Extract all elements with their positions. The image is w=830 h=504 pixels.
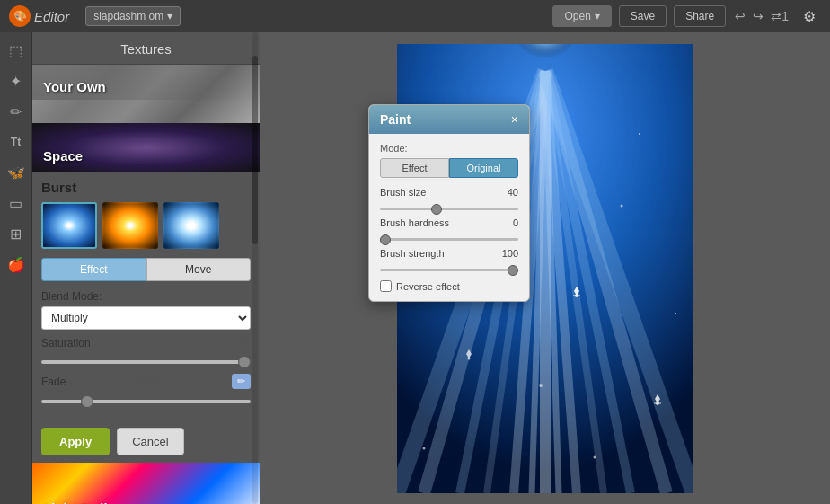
logo-area: 🎨 Editor [9, 5, 69, 27]
effect-move-toggle: Effect Move [41, 258, 251, 281]
saturation-label: Saturation [41, 337, 91, 349]
original-mode-btn[interactable]: Original [449, 158, 518, 178]
paint-dialog: Paint × Mode: Effect Original Brush size… [368, 104, 530, 302]
fade-row: Fade 20% ✏ [41, 374, 251, 389]
blend-mode-label: Blend Mode: [41, 290, 251, 303]
texture-space[interactable]: Space [32, 123, 260, 172]
burst-thumbnails [41, 202, 251, 249]
svg-point-26 [639, 133, 640, 135]
texture-your-own[interactable]: Your Own [32, 65, 260, 123]
user-dropdown[interactable]: slapdashm om ▾ [85, 6, 180, 26]
redo-button[interactable]: ↪ [751, 7, 765, 25]
effect-toggle-btn[interactable]: Effect [41, 258, 146, 281]
cancel-button[interactable]: Cancel [117, 428, 183, 455]
brush-hardness-row: Brush hardness 0 [380, 217, 518, 228]
main-area: ⬚ ✦ ✏ Tt 🦋 ▭ ⊞ 🍎 Textures Your Own Space… [0, 32, 830, 504]
logo-icon: 🎨 [9, 5, 31, 27]
move-toggle-btn[interactable]: Move [146, 258, 252, 281]
saturation-row: Saturation 100% [41, 337, 251, 349]
scroll-thumb [252, 56, 258, 244]
saturation-value: 100% [223, 337, 251, 349]
action-buttons: Apply Cancel [32, 420, 260, 463]
svg-point-22 [675, 313, 676, 314]
mode-label: Mode: [380, 143, 518, 154]
brush-tool[interactable]: ✏ [5, 101, 27, 122]
light-trails-label: Light Trails [32, 495, 260, 504]
icon-toolbar: ⬚ ✦ ✏ Tt 🦋 ▭ ⊞ 🍎 [0, 32, 32, 504]
blend-mode-select[interactable]: Multiply Normal Screen Overlay [41, 306, 251, 330]
frame-tool[interactable]: ▭ [5, 192, 27, 214]
saturation-slider-container [41, 353, 251, 367]
fade-value: 20% [138, 376, 160, 388]
reverse-effect-label: Reverse effect [396, 281, 460, 292]
fade-edit-btn[interactable]: ✏ [232, 374, 251, 389]
burst-thumb-1[interactable] [41, 202, 97, 249]
paint-dialog-body: Mode: Effect Original Brush size 40 Brus… [369, 134, 529, 301]
brush-strength-row: Brush strength 100 [380, 248, 518, 259]
brush-size-slider[interactable] [380, 208, 518, 210]
brush-size-row: Brush size 40 [380, 187, 518, 198]
fade-slider-container [41, 393, 251, 406]
top-bar: 🎨 Editor slapdashm om ▾ Open ▾ Save Shar… [0, 0, 830, 32]
svg-point-23 [539, 384, 543, 387]
brush-strength-value: 100 [502, 248, 518, 259]
space-label: Space [32, 143, 260, 169]
history-button[interactable]: ⇄1 [769, 7, 790, 25]
svg-point-21 [423, 447, 426, 449]
fade-label: Fade [41, 376, 66, 388]
svg-point-24 [594, 455, 596, 458]
brush-hardness-slider[interactable] [380, 238, 518, 241]
paint-dialog-close[interactable]: × [511, 113, 518, 126]
apple-tool[interactable]: 🍎 [5, 253, 27, 275]
save-button[interactable]: Save [619, 5, 667, 27]
side-panel: Textures Your Own Space Burst Effect Mov… [32, 32, 260, 504]
burst-section: Burst Effect Move Blend Mode: Multiply N… [32, 172, 260, 420]
saturation-slider[interactable] [41, 360, 251, 364]
reverse-effect-row: Reverse effect [380, 280, 518, 292]
brush-hardness-label: Brush hardness [380, 217, 449, 228]
settings-button[interactable]: ⚙ [798, 6, 821, 27]
effect-mode-btn[interactable]: Effect [380, 158, 449, 178]
crop-tool[interactable]: ⬚ [5, 40, 27, 61]
open-button[interactable]: Open ▾ [552, 5, 611, 27]
canvas-area[interactable]: Paint × Mode: Effect Original Brush size… [260, 32, 830, 504]
undo-button[interactable]: ↩ [733, 7, 747, 25]
burst-title: Burst [41, 180, 251, 195]
magic-wand-tool[interactable]: ✦ [5, 70, 27, 92]
paint-dialog-header: Paint × [369, 105, 529, 134]
brush-strength-slider[interactable] [380, 269, 518, 271]
brush-size-label: Brush size [380, 187, 426, 198]
grid-tool[interactable]: ⊞ [5, 223, 27, 244]
share-button[interactable]: Share [674, 5, 726, 27]
undo-redo-group: ↩ ↪ ⇄1 [733, 7, 790, 25]
brush-size-value: 40 [508, 187, 518, 198]
logo-text: Editor [34, 9, 69, 24]
panel-title: Textures [32, 32, 260, 65]
fade-slider[interactable] [41, 400, 251, 403]
scroll-indicator [252, 32, 258, 504]
your-own-label: Your Own [32, 65, 260, 100]
mode-toggle: Effect Original [380, 158, 518, 178]
burst-thumb-2[interactable] [102, 202, 158, 249]
brush-hardness-value: 0 [513, 217, 518, 228]
reverse-effect-checkbox[interactable] [380, 280, 392, 292]
texture-light-trails[interactable]: Light Trails [32, 463, 260, 504]
butterfly-tool[interactable]: 🦋 [5, 162, 27, 183]
apply-button[interactable]: Apply [41, 428, 110, 455]
text-tool[interactable]: Tt [5, 131, 27, 153]
paint-dialog-title: Paint [380, 112, 411, 127]
burst-thumb-3[interactable] [163, 202, 219, 249]
svg-point-19 [621, 204, 623, 207]
brush-strength-label: Brush strength [380, 248, 445, 259]
